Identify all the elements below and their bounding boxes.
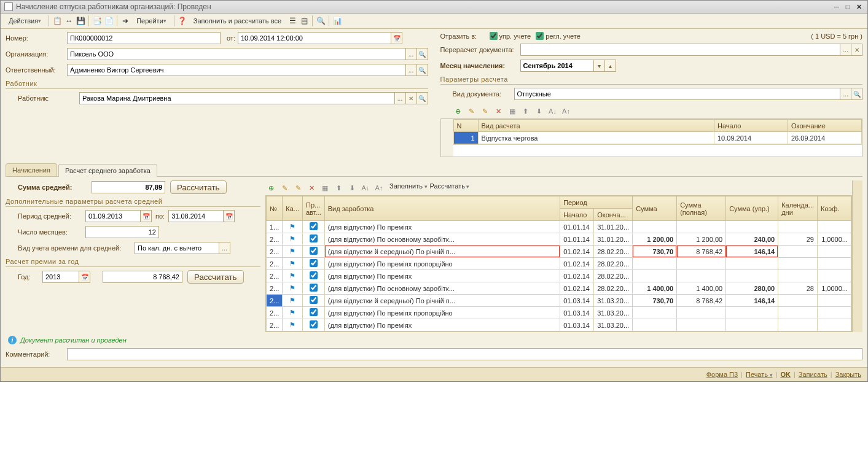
org-input[interactable]	[67, 48, 406, 60]
select-icon[interactable]: ...	[219, 242, 230, 254]
tab-avg-calc[interactable]: Расчет среднего заработка	[58, 164, 157, 177]
move-up-icon[interactable]: ⬆	[333, 182, 344, 193]
col-coef[interactable]: Коэф.	[818, 196, 851, 221]
mgmt-check-label[interactable]: упр. учете	[490, 32, 531, 40]
table-row[interactable]: 2... ⚑ (для відпустки) По основному заро…	[267, 233, 851, 246]
col-earn[interactable]: Вид заработка	[324, 196, 560, 221]
post-icon[interactable]: 📋	[52, 16, 62, 26]
month-input[interactable]	[520, 60, 594, 72]
clear-icon[interactable]: ✕	[406, 92, 417, 104]
close-button[interactable]: ✕	[854, 2, 864, 11]
reg-check-label[interactable]: регл. учете	[536, 32, 581, 40]
mgmt-check[interactable]	[490, 32, 498, 40]
tree-icon[interactable]: ▤	[299, 16, 309, 26]
vscrollbar[interactable]	[852, 180, 862, 332]
col-pstart[interactable]: Начало	[560, 209, 594, 221]
calendar-icon[interactable]: 📅	[141, 210, 152, 222]
copy-row-icon[interactable]: ✎	[292, 182, 303, 193]
delete-row-icon[interactable]: ✕	[306, 182, 317, 193]
calc-menu[interactable]: Рассчитать	[430, 182, 470, 193]
select-icon[interactable]: ...	[406, 64, 417, 76]
delete-row-icon[interactable]: ✕	[493, 106, 504, 117]
table-row[interactable]: 2... ⚑ (для відпустки й середньої) По рі…	[267, 246, 851, 258]
col-start[interactable]: Начало	[714, 120, 788, 132]
recalc-input[interactable]	[520, 44, 841, 56]
col-sumfull[interactable]: Сумма (полная)	[677, 196, 726, 221]
reg-check[interactable]	[536, 32, 544, 40]
col-pend[interactable]: Оконча...	[594, 209, 633, 221]
bonus-input[interactable]	[103, 271, 182, 283]
preview-icon[interactable]: 🔍	[316, 16, 326, 26]
structure-icon[interactable]: 📑	[92, 16, 102, 26]
search-icon[interactable]: 🔍	[851, 88, 862, 100]
search-icon[interactable]: 🔍	[417, 64, 428, 76]
based-on-icon[interactable]: 📄	[104, 16, 114, 26]
worker-input[interactable]	[79, 92, 395, 104]
table-row[interactable]: 2... ⚑ (для відпустки) По преміях пропор…	[267, 307, 851, 319]
register-icon[interactable]: 📊	[332, 16, 342, 26]
list-icon[interactable]: ☰	[287, 16, 297, 26]
select-icon[interactable]: ...	[406, 48, 417, 60]
goto-menu[interactable]: Перейти	[132, 15, 171, 26]
col-end[interactable]: Окончание	[788, 120, 862, 132]
move-down-icon[interactable]: ⬇	[534, 106, 545, 117]
fill-calc-all-button[interactable]: Заполнить и рассчитать все	[189, 15, 286, 26]
go-icon[interactable]: ➜	[120, 16, 130, 26]
sort-desc-icon[interactable]: A↑	[561, 106, 572, 117]
earnings-grid[interactable]: № Ка... Пр... авт... Вид заработка Перио…	[265, 195, 852, 332]
move-up-icon[interactable]: ⬆	[520, 106, 531, 117]
toggle-icon[interactable]: ▦	[319, 182, 330, 193]
spin-up-icon[interactable]: ▴	[605, 60, 616, 72]
avg-sum-input[interactable]	[92, 181, 165, 193]
help-icon[interactable]: ❓	[178, 16, 187, 26]
table-row[interactable]: 2... ⚑ (для відпустки) По преміях 01.03.…	[267, 319, 851, 331]
edit-row-icon[interactable]: ✎	[466, 106, 477, 117]
edit-row-icon[interactable]: ✎	[279, 182, 290, 193]
add-row-icon[interactable]: ⊕	[453, 106, 464, 117]
select-icon[interactable]: ...	[395, 92, 406, 104]
doctype-input[interactable]	[514, 88, 841, 100]
col-sumupr[interactable]: Сумма (упр.)	[726, 196, 778, 221]
save-button[interactable]: Записать	[799, 371, 827, 378]
year-input[interactable]	[42, 271, 79, 283]
select-icon[interactable]: ...	[840, 88, 851, 100]
table-row[interactable]: 2... ⚑ (для відпустки й середньої) По рі…	[267, 295, 851, 307]
col-period[interactable]: Период	[560, 196, 633, 209]
col-days[interactable]: Календа... дни	[778, 196, 818, 221]
ok-button[interactable]: OK	[780, 371, 791, 378]
table-row[interactable]: 1... ⚑ (для відпустки) По преміях 01.01.…	[267, 221, 851, 233]
tab-accruals[interactable]: Начисления	[6, 163, 57, 176]
sort-desc-icon[interactable]: A↑	[373, 182, 385, 193]
table-row[interactable]: 2... ⚑ (для відпустки) По основному заро…	[267, 282, 851, 295]
sort-asc-icon[interactable]: A↓	[360, 182, 371, 193]
period-from-input[interactable]	[85, 210, 141, 222]
time-type-input[interactable]	[135, 242, 219, 254]
table-row[interactable]: 2... ⚑ (для відпустки) По преміях пропор…	[267, 258, 851, 270]
search-icon[interactable]: 🔍	[417, 92, 428, 104]
resp-input[interactable]	[67, 64, 406, 76]
col-sum[interactable]: Сумма	[633, 196, 677, 221]
calc-avg-button[interactable]: Рассчитать	[170, 180, 227, 194]
col-n[interactable]: N	[453, 120, 478, 132]
close-link[interactable]: Закрыть	[835, 371, 861, 378]
calendar-icon[interactable]: 📅	[224, 210, 235, 222]
table-row[interactable]: 2... ⚑ (для відпустки) По преміях 01.02.…	[267, 270, 851, 282]
search-icon[interactable]: 🔍	[417, 48, 428, 60]
repost-icon[interactable]: ↔	[64, 16, 74, 26]
calc-bonus-button[interactable]: Рассчитать	[187, 270, 244, 284]
form-p3-link[interactable]: Форма П3	[706, 371, 738, 378]
period-to-input[interactable]	[168, 210, 224, 222]
toggle-icon[interactable]: ▦	[507, 106, 518, 117]
select-icon[interactable]: ...	[840, 44, 851, 56]
spin-down-icon[interactable]: ▾	[594, 60, 605, 72]
col-ka[interactable]: Ка...	[283, 196, 303, 221]
move-down-icon[interactable]: ⬇	[346, 182, 358, 193]
fill-menu[interactable]: Заполнить	[389, 182, 428, 193]
copy-row-icon[interactable]: ✎	[480, 106, 491, 117]
sort-asc-icon[interactable]: A↓	[547, 106, 558, 117]
clear-icon[interactable]: ✕	[851, 44, 862, 56]
actions-menu[interactable]: Действия	[4, 15, 45, 26]
table-row[interactable]: 1Відпустка чергова10.09.201426.09.2014	[453, 132, 862, 144]
save-icon[interactable]: 💾	[76, 16, 85, 26]
calendar-icon[interactable]: 📅	[79, 271, 90, 283]
